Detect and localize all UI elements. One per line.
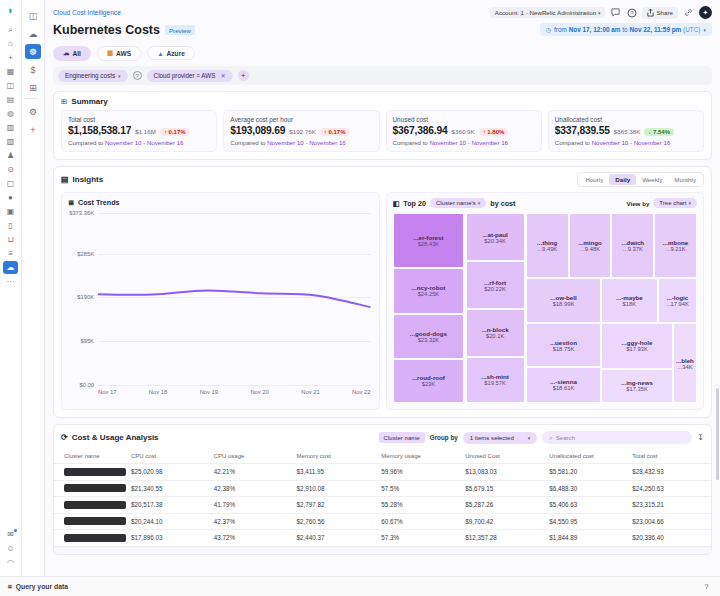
- query-your-data-button[interactable]: ⌗ Query your data: [8, 583, 68, 591]
- treemap-cell[interactable]: ...rf-fort$20.22K: [466, 261, 525, 309]
- table-cell: $5,406.63: [549, 501, 632, 508]
- feedback-topbar-icon[interactable]: [610, 7, 621, 18]
- invite-user-icon[interactable]: ☺: [3, 542, 18, 555]
- ccm-add-icon[interactable]: +: [25, 122, 41, 137]
- remove-filter-icon[interactable]: ✕: [220, 72, 225, 79]
- tab-azure[interactable]: ▲Azure: [147, 46, 195, 60]
- treemap-cell[interactable]: ...ing-news$17.35K: [601, 369, 673, 403]
- treemap-cell[interactable]: ...sh-mint$19.57K: [466, 357, 525, 403]
- granularity-monthly[interactable]: Monthly: [668, 174, 702, 185]
- filter-chip-cloud-provider[interactable]: Cloud provider = AWS✕: [147, 70, 233, 82]
- table-cell: $24,250.63: [632, 485, 701, 492]
- treemap-cell[interactable]: ...good-dogs$23.32K: [393, 314, 465, 359]
- ccm-overview-icon[interactable]: ◫: [25, 8, 41, 23]
- table-row[interactable]: $25,020.9842.21%$3,411.9559.96%$13,083.0…: [54, 463, 711, 480]
- footer-help-icon[interactable]: ?: [701, 581, 712, 592]
- tab-aws-icon: ▦: [107, 49, 113, 57]
- ai-assistant-button[interactable]: ✦: [699, 6, 712, 19]
- svg-text:?: ?: [630, 10, 634, 16]
- add-filter-button[interactable]: +: [238, 70, 249, 81]
- nav-inbox-icon[interactable]: ⊔: [3, 233, 18, 246]
- table-search-input[interactable]: ⌕Search: [542, 431, 692, 444]
- treemap-cell[interactable]: ...bleh...34K: [673, 323, 697, 403]
- treemap-cell[interactable]: ...ncy-robot$24.25K: [393, 268, 465, 315]
- table-cell: $23,004.66: [632, 518, 701, 525]
- nav-workflows-icon[interactable]: ▧: [3, 135, 18, 148]
- nav-file-icon[interactable]: ▥: [3, 121, 18, 134]
- nav-infra-icon[interactable]: ≡: [3, 247, 18, 260]
- nav-package-icon[interactable]: ▢: [3, 177, 18, 190]
- tab-all[interactable]: ☁All: [53, 46, 91, 61]
- nav-alerts-icon[interactable]: ⊙: [3, 163, 18, 176]
- share-button[interactable]: Share: [642, 7, 678, 19]
- table-row[interactable]: $20,244.1042.37%$2,760.5660.67%$9,700.42…: [54, 513, 711, 530]
- treemap-cell[interactable]: ...n-block$20.1K: [466, 309, 525, 357]
- nav-browser-icon[interactable]: ▣: [3, 205, 18, 218]
- newrelic-logo[interactable]: ◗: [4, 4, 17, 17]
- summary-card-secondary: $1.16M: [135, 128, 156, 135]
- nav-mobile-icon[interactable]: ▯: [3, 219, 18, 232]
- top20-dimension-dropdown[interactable]: Cluster name's ▾: [430, 198, 486, 208]
- nav-status-icon[interactable]: ●: [3, 191, 18, 204]
- nav-more-icon[interactable]: ⋯: [3, 275, 18, 288]
- table-cell: $20,244.10: [131, 518, 214, 525]
- help-icon[interactable]: ?: [626, 7, 637, 18]
- group-by-select[interactable]: 1 items selected▾: [463, 432, 538, 444]
- table-row[interactable]: $20,517.3841.79%$2,797.8255.28%$5,287.26…: [54, 496, 711, 513]
- compared-range-link[interactable]: November 10 - November 16: [267, 139, 346, 146]
- nav-user-icon[interactable]: ♟: [3, 149, 18, 162]
- account-switcher[interactable]: Account: 1 - NewRelic Administration ▾: [490, 7, 606, 18]
- granularity-weekly[interactable]: Weekly: [636, 174, 668, 185]
- treemap-cell[interactable]: ...mbone...9.21K: [654, 213, 697, 278]
- summary-icon: ⊞: [61, 97, 67, 106]
- ccm-integrations-icon[interactable]: ⊞: [25, 80, 41, 95]
- granularity-hourly[interactable]: Hourly: [579, 174, 609, 185]
- table-row[interactable]: $17,896.0343.72%$2,440.3757.3%$12,357.28…: [54, 529, 711, 546]
- nav-apps-icon[interactable]: ▦: [3, 65, 18, 78]
- breadcrumb[interactable]: Cloud Cost Intelligence: [53, 9, 121, 16]
- granularity-daily[interactable]: Daily: [609, 174, 636, 185]
- download-icon[interactable]: ↧: [697, 433, 704, 442]
- filter-scope-dropdown[interactable]: Engineering costs ▾: [58, 70, 128, 82]
- view-by-label: View by: [626, 200, 649, 207]
- treemap-cell[interactable]: ...-logic...17.94K: [658, 278, 697, 324]
- nav-globe-icon[interactable]: ◍: [3, 107, 18, 120]
- treemap-cell-name: ...roud-roof: [412, 374, 445, 381]
- nav-cloud-icon[interactable]: ☁: [3, 261, 18, 274]
- nav-search-icon[interactable]: ⌕: [3, 23, 18, 36]
- treemap-cell[interactable]: ...-sienna$18.61K: [526, 367, 601, 403]
- nav-home-icon[interactable]: ⌂: [3, 37, 18, 50]
- nav-docs-icon[interactable]: ◫: [3, 79, 18, 92]
- feedback-icon[interactable]: ✉: [3, 528, 18, 541]
- support-icon[interactable]: ◠: [3, 556, 18, 569]
- treemap-cell[interactable]: ...mingo...9.48K: [569, 213, 612, 278]
- ccm-cloud-sync-icon[interactable]: ☁: [25, 26, 41, 41]
- treemap-cell[interactable]: ...thing...9.49K: [526, 213, 569, 278]
- nav-add-icon[interactable]: +: [3, 51, 18, 64]
- view-mode-dropdown[interactable]: Tree chart ▾: [653, 198, 697, 208]
- ccm-costs-icon[interactable]: $: [25, 62, 41, 77]
- treemap-cell[interactable]: ...ow-bell$18.99K: [526, 278, 601, 324]
- ccm-settings-icon[interactable]: ⚙: [25, 104, 41, 119]
- treemap-cell[interactable]: ...uestion$18.75K: [526, 323, 601, 367]
- compared-range-link[interactable]: November 10 - November 16: [105, 139, 184, 146]
- treemap-cell[interactable]: ...er-forest$28.43K: [393, 213, 465, 268]
- ccm-kubernetes-costs-icon[interactable]: ☸: [25, 44, 41, 59]
- treemap-cell[interactable]: ...at-paul$20.34K: [466, 213, 525, 261]
- table-cell: $6,488.30: [549, 485, 632, 492]
- treemap-cell[interactable]: ...roud-roof$23K: [393, 359, 465, 403]
- copy-link-icon[interactable]: [683, 7, 694, 18]
- compared-range-link[interactable]: November 10 - November 16: [429, 139, 508, 146]
- table-row[interactable]: $21,340.5542.38%$2,910.0857.5%$5,679.15$…: [54, 480, 711, 497]
- treemap-cell[interactable]: ...-maybe$18K: [601, 278, 658, 324]
- compared-range-link[interactable]: November 10 - November 16: [592, 139, 671, 146]
- nav-dashboards-icon[interactable]: ▤: [3, 93, 18, 106]
- treemap-cell[interactable]: ...dwich...9.37K: [611, 213, 654, 278]
- treemap-cell[interactable]: ...ggy-hole$17.93K: [601, 323, 673, 369]
- cost-trends-icon: ≣: [68, 198, 74, 207]
- time-range-picker[interactable]: ◷ from Nov 17, 12:00 am to Nov 22, 11:59…: [540, 23, 713, 36]
- page-scrollbar[interactable]: [716, 388, 719, 480]
- filter-help-icon[interactable]: ?: [133, 71, 142, 80]
- column-header: Unused Cost: [465, 453, 549, 459]
- tab-aws[interactable]: ▦AWS: [97, 46, 141, 61]
